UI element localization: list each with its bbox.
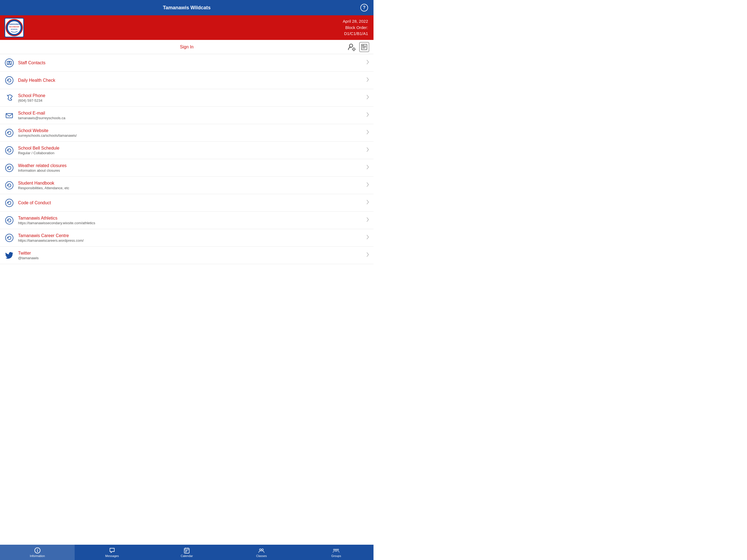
list-item-career-centre[interactable]: Tamanawis Career Centrehttps://tamanawis… — [0, 229, 374, 247]
item-title-weather-closures: Weather related closures — [18, 163, 364, 168]
list-item-school-phone[interactable]: School Phone(604) 597-5234 — [0, 89, 374, 107]
list-item-facebook[interactable]: FacebookTamanawis180 — [0, 264, 374, 265]
list-item-twitter[interactable]: Twitter@tamanawis — [0, 247, 374, 264]
chevron-right-icon — [366, 182, 369, 188]
link-circle-icon — [4, 128, 14, 138]
date-text: April 28, 2022 — [343, 18, 368, 25]
svg-point-28 — [5, 234, 13, 242]
envelope-icon — [4, 110, 14, 120]
school-logo: TAMANAWIS SECONDARY SCHOOL — [4, 18, 24, 37]
chevron-right-icon — [366, 252, 369, 258]
chevron-right-icon — [366, 235, 369, 241]
item-subtitle-school-email: tamanawis@surreyschools.ca — [18, 116, 364, 120]
item-subtitle-twitter: @tamanawis — [18, 256, 364, 260]
list-item-school-email[interactable]: School E-mailtamanawis@surreyschools.ca — [0, 107, 374, 124]
chevron-right-icon — [366, 59, 369, 66]
list-item-code-of-conduct[interactable]: Code of Conduct — [0, 194, 374, 212]
date-block: April 28, 2022 Block Order: D1/C1/B1/A1 — [343, 18, 368, 37]
help-button[interactable]: ? — [360, 4, 368, 11]
chevron-right-icon — [366, 200, 369, 206]
info-list: Staff Contacts Daily Health Check School… — [0, 54, 374, 265]
svg-text:SCHOOL: SCHOOL — [11, 28, 18, 30]
item-subtitle-school-phone: (604) 597-5234 — [18, 98, 364, 103]
svg-text:TAMANAWIS: TAMANAWIS — [8, 23, 20, 25]
chevron-right-icon — [366, 95, 369, 101]
user-settings-button[interactable] — [347, 43, 356, 51]
item-title-twitter: Twitter — [18, 251, 364, 256]
svg-point-22 — [5, 129, 13, 137]
item-subtitle-school-bell-schedule: Regular / Collaboration — [18, 151, 364, 155]
block-order-value: D1/C1/B1/A1 — [343, 31, 368, 37]
list-item-school-website[interactable]: School Websitesurreyschools.ca/schools/t… — [0, 124, 374, 142]
link-circle-icon — [4, 180, 14, 190]
svg-point-25 — [5, 182, 13, 189]
list-item-tamanawis-athletics[interactable]: Tamanawis Athleticshttps://tamanawisseco… — [0, 212, 374, 229]
list-item-student-handbook[interactable]: Student HandbookResponsibilities, Attend… — [0, 177, 374, 194]
item-subtitle-tamanawis-athletics: https://tamanawissecondary.wixsite.com/a… — [18, 221, 364, 225]
item-title-student-handbook: Student Handbook — [18, 181, 364, 186]
twitter-icon — [4, 251, 14, 260]
chevron-right-icon — [366, 112, 369, 119]
link-circle-icon — [4, 198, 14, 208]
item-title-school-bell-schedule: School Bell Schedule — [18, 146, 364, 151]
item-subtitle-school-website: surreyschools.ca/schools/tamanawis/ — [18, 133, 364, 137]
svg-point-24 — [5, 164, 13, 172]
link-circle-icon — [4, 215, 14, 225]
phone-icon — [4, 93, 14, 103]
list-item-weather-closures[interactable]: Weather related closuresInformation abou… — [0, 159, 374, 177]
item-title-daily-health-check: Daily Health Check — [18, 78, 364, 83]
item-subtitle-career-centre: https://tamanawiscareers.wordpress.com/ — [18, 238, 364, 243]
svg-point-6 — [354, 49, 354, 50]
svg-point-20 — [5, 77, 13, 84]
checklist-button[interactable] — [359, 42, 369, 52]
item-title-code-of-conduct: Code of Conduct — [18, 200, 364, 205]
item-title-career-centre: Tamanawis Career Centre — [18, 233, 364, 238]
link-circle-icon — [4, 146, 14, 155]
list-item-school-bell-schedule[interactable]: School Bell ScheduleRegular / Collaborat… — [0, 142, 374, 159]
top-bar: Tamanawis Wildcats ? — [0, 0, 374, 15]
item-subtitle-weather-closures: Information about closures — [18, 169, 364, 173]
signin-bar: Sign In — [0, 40, 374, 54]
refresh-circle-icon — [4, 75, 14, 85]
svg-point-19 — [9, 61, 10, 63]
chevron-right-icon — [366, 130, 369, 136]
app-title: Tamanawis Wildcats — [163, 5, 211, 11]
item-title-school-phone: School Phone — [18, 93, 364, 98]
chevron-right-icon — [366, 147, 369, 153]
contact-card-icon — [4, 58, 14, 68]
block-order-label: Block Order: — [343, 25, 368, 31]
item-title-staff-contacts: Staff Contacts — [18, 60, 364, 65]
svg-text:SECONDARY: SECONDARY — [9, 26, 19, 28]
chevron-right-icon — [366, 164, 369, 171]
svg-point-26 — [5, 199, 13, 207]
item-title-school-email: School E-mail — [18, 111, 364, 116]
chevron-right-icon — [366, 217, 369, 223]
school-header: TAMANAWIS SECONDARY SCHOOL April 28, 202… — [0, 15, 374, 40]
chevron-right-icon — [366, 77, 369, 83]
item-title-tamanawis-athletics: Tamanawis Athletics — [18, 216, 364, 221]
item-subtitle-student-handbook: Responsibilities, Attendance, etc — [18, 186, 364, 190]
signin-link[interactable]: Sign In — [180, 45, 194, 50]
link-circle-icon — [4, 233, 14, 243]
item-title-school-website: School Website — [18, 128, 364, 133]
svg-point-27 — [5, 217, 13, 224]
svg-point-23 — [5, 147, 13, 154]
list-item-staff-contacts[interactable]: Staff Contacts — [0, 54, 374, 72]
signin-icons — [347, 42, 369, 52]
link-circle-icon — [4, 163, 14, 173]
svg-rect-21 — [6, 113, 12, 118]
list-item-daily-health-check[interactable]: Daily Health Check — [0, 72, 374, 89]
